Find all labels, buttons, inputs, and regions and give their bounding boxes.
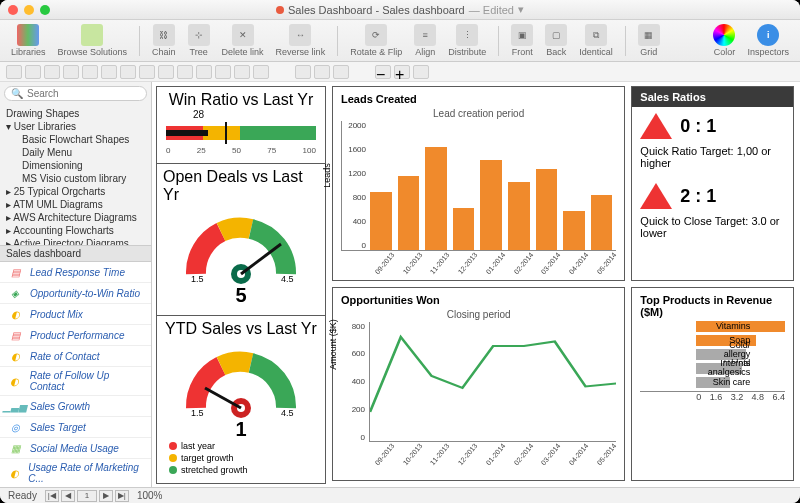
front-button[interactable]: ▣Front [508, 24, 536, 57]
search-input[interactable] [27, 88, 154, 99]
tool-icon[interactable] [82, 65, 98, 79]
books-icon [17, 24, 39, 46]
tool-icon[interactable] [158, 65, 174, 79]
back-button[interactable]: ▢Back [542, 24, 570, 57]
libraries-button[interactable]: Libraries [8, 24, 49, 57]
page-next-button[interactable]: ▶ [99, 490, 113, 502]
browse-solutions-button[interactable]: Browse Solutions [55, 24, 131, 57]
tool-icon[interactable] [295, 65, 311, 79]
y-axis-label: Amount ($K) [328, 319, 338, 370]
stencil-icon: ◈ [6, 286, 24, 300]
svg-text:1.5: 1.5 [191, 274, 204, 284]
zoom-out-icon[interactable]: − [375, 65, 391, 79]
tree-item[interactable]: MS Visio custom library [0, 172, 151, 185]
zoom-level[interactable]: 100% [137, 490, 163, 501]
tool-icon[interactable] [234, 65, 250, 79]
separator [139, 26, 140, 56]
tree-item[interactable]: ▸ 25 Typical Orgcharts [0, 185, 151, 198]
tool-icon[interactable] [314, 65, 330, 79]
panel-title: YTD Sales vs Last Yr [165, 320, 317, 338]
tree-item[interactable]: ▾ User Libraries [0, 120, 151, 133]
delete-link-button[interactable]: ✕Delete link [219, 24, 267, 57]
tool-icon[interactable] [120, 65, 136, 79]
stencil-icon: ▦ [6, 441, 24, 455]
panel-title: Top Products in Revenue ($M) [640, 294, 785, 318]
y-axis: 8006004002000 [341, 322, 367, 442]
edited-dot-icon [276, 6, 284, 14]
sales-ratios-panel: Sales Ratios 0 : 1 Quick Ratio Target: 1… [631, 86, 794, 281]
zoom-icon[interactable] [40, 5, 50, 15]
tool-icon[interactable] [333, 65, 349, 79]
hbar-label: Skin care [700, 378, 750, 387]
tree-icon: ⊹ [188, 24, 210, 46]
tool-icon[interactable] [196, 65, 212, 79]
page-first-button[interactable]: |◀ [45, 490, 59, 502]
stencil-label: Usage Rate of Marketing C... [28, 462, 145, 484]
tool-icon[interactable] [25, 65, 41, 79]
hbar-row: Vitamins [696, 321, 785, 332]
tool-icon[interactable] [6, 65, 22, 79]
stencil-item[interactable]: ▦Social Media Usage [0, 438, 151, 459]
distribute-button[interactable]: ⋮Distribute [445, 24, 489, 57]
stencil-item[interactable]: ▤Product Performance [0, 325, 151, 346]
grid-toggle-icon: ▦ [638, 24, 660, 46]
dropdown-icon[interactable]: ▾ [518, 3, 524, 16]
align-button[interactable]: ≡Align [411, 24, 439, 57]
distribute-icon: ⋮ [456, 24, 478, 46]
x-axis: 01.63.24.86.4 [640, 391, 785, 402]
page-prev-button[interactable]: ◀ [61, 490, 75, 502]
color-button[interactable]: Color [710, 24, 738, 57]
stencil-item[interactable]: ▤Lead Response Time [0, 262, 151, 283]
tree-item[interactable]: ▸ AWS Architecture Diagrams [0, 211, 151, 224]
chart-subtitle: Closing period [341, 309, 616, 320]
stencil-icon: ▁▃▅ [6, 399, 24, 413]
stencil-item[interactable]: ◈Opportunity-to-Win Ratio [0, 283, 151, 304]
tool-icon[interactable] [253, 65, 269, 79]
window-controls [8, 5, 50, 15]
chain-button[interactable]: ⛓Chain [149, 24, 179, 57]
rotate-flip-button[interactable]: ⟳Rotate & Flip [347, 24, 405, 57]
tool-icon[interactable] [139, 65, 155, 79]
tree-button[interactable]: ⊹Tree [185, 24, 213, 57]
tool-icon[interactable] [215, 65, 231, 79]
gauge-value: 5 [235, 284, 246, 307]
reverse-link-button[interactable]: ↔Reverse link [273, 24, 329, 57]
stencil-item[interactable]: ◐Rate of Contact [0, 346, 151, 367]
tree-item[interactable]: ▸ Accounting Flowcharts [0, 224, 151, 237]
identical-button[interactable]: ⧉Identical [576, 24, 616, 57]
zoom-fit-icon[interactable] [413, 65, 429, 79]
tree-item[interactable]: Daily Menu [0, 146, 151, 159]
stencil-icon: ◐ [6, 349, 24, 363]
page-number[interactable]: 1 [77, 490, 97, 502]
stencil-item[interactable]: ◎Sales Target [0, 417, 151, 438]
tool-icon[interactable] [177, 65, 193, 79]
tree-item[interactable]: Basic Flowchart Shapes [0, 133, 151, 146]
svg-text:4.5: 4.5 [281, 274, 294, 284]
tool-icon[interactable] [101, 65, 117, 79]
titlebar: Sales Dashboard - Sales dashboard — Edit… [0, 0, 800, 20]
page-last-button[interactable]: ▶| [115, 490, 129, 502]
canvas[interactable]: Win Ratio vs Last Yr 28 0255075100 Open … [152, 82, 800, 487]
close-icon[interactable] [8, 5, 18, 15]
grid-button[interactable]: ▦Grid [635, 24, 663, 57]
y-axis-label: Leads [322, 163, 332, 188]
tool-icon[interactable] [44, 65, 60, 79]
minimize-icon[interactable] [24, 5, 34, 15]
tree-item[interactable]: ▸ Active Directory Diagrams [0, 237, 151, 245]
grid-icon [81, 24, 103, 46]
search-box[interactable]: 🔍 [4, 86, 147, 101]
inspectors-button[interactable]: iInspectors [744, 24, 792, 57]
stencil-label: Sales Growth [30, 401, 90, 412]
tree-item[interactable]: Dimensioning [0, 159, 151, 172]
stencil-label: Social Media Usage [30, 443, 119, 454]
stencil-item[interactable]: ▁▃▅Sales Growth [0, 396, 151, 417]
stencil-item[interactable]: ◐Usage Rate of Marketing C... [0, 459, 151, 487]
tree-item[interactable]: ▸ ATM UML Diagrams [0, 198, 151, 211]
stencil-item[interactable]: ◐Rate of Follow Up Contact [0, 367, 151, 396]
tool-icon[interactable] [63, 65, 79, 79]
stencil-item[interactable]: ◐Product Mix [0, 304, 151, 325]
tree-item[interactable]: Drawing Shapes [0, 107, 151, 120]
y-axis: 2000160012008004000 [342, 121, 368, 250]
stencil-tab[interactable]: Sales dashboard [0, 245, 151, 262]
zoom-in-icon[interactable]: + [394, 65, 410, 79]
